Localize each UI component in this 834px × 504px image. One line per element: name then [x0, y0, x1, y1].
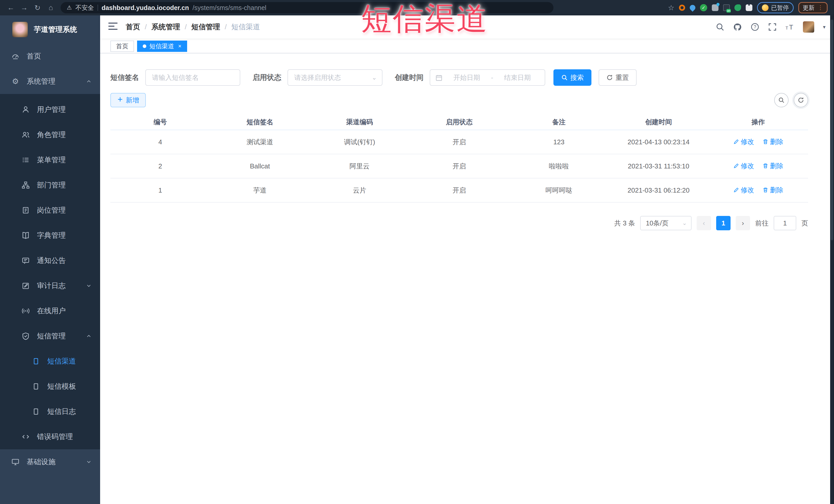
id-badge-icon [22, 206, 30, 214]
browser-scrollbar[interactable] [830, 16, 834, 504]
back-icon[interactable]: ← [4, 4, 18, 12]
breadcrumb-system[interactable]: 系统管理 [151, 22, 180, 32]
cell-sign: 芋道 [210, 178, 310, 202]
signal-icon [22, 307, 30, 315]
tab-close-icon[interactable]: × [178, 43, 181, 49]
pagination: 共 3 条 10条/页 ⌄ ‹ 1 › 前往 页 [110, 216, 808, 230]
sidebar-item-infra[interactable]: 基础设施 [0, 449, 100, 475]
sidebar-item-home[interactable]: 首页 [0, 44, 100, 69]
svg-text:?: ? [754, 24, 756, 29]
avatar-caret-down-icon[interactable]: ▾ [823, 24, 826, 30]
not-secure-label[interactable]: 不安全 [75, 4, 94, 12]
forward-icon[interactable]: → [18, 4, 31, 12]
dashboard-gauge-icon [11, 52, 20, 60]
page-size-value: 10条/页 [646, 219, 668, 228]
sidebar-item-menus[interactable]: 菜单管理 [0, 147, 100, 173]
search-form: 短信签名 启用状态 请选择启用状态 ⌄ 创建时间 开始日期 - 结束日 [110, 69, 808, 86]
table-row: 2 Ballcat 阿里云 开启 啦啦啦 2021-03-31 11:53:10… [110, 154, 808, 178]
sidebar-collapse-icon[interactable] [108, 22, 117, 32]
extension-dark-on-icon[interactable] [723, 4, 730, 11]
sidebar-submenu-system: 用户管理 角色管理 菜单管理 [0, 94, 100, 449]
cell-id: 4 [110, 130, 210, 154]
font-size-icon[interactable]: TT [786, 23, 794, 31]
edit-link[interactable]: 修改 [733, 137, 754, 146]
github-icon[interactable] [733, 23, 742, 31]
sidebar-item-label: 首页 [27, 51, 41, 61]
extensions-puzzle-icon[interactable] [746, 4, 752, 11]
cell-remark: 123 [509, 130, 609, 154]
bookmark-star-icon[interactable]: ☆ [668, 4, 674, 12]
status-label: 启用状态 [253, 73, 281, 82]
fullscreen-icon[interactable] [768, 23, 777, 31]
tab-home[interactable]: 首页 [110, 41, 134, 52]
sidebar-item-label: 基础设施 [27, 457, 56, 467]
sidebar-item-error-code[interactable]: 错误码管理 [0, 424, 100, 449]
extension-green-check-icon[interactable]: ✓ [700, 4, 707, 11]
col-remark: 备注 [509, 114, 609, 130]
goto-page-input[interactable] [774, 216, 796, 230]
delete-link[interactable]: 删除 [762, 185, 784, 195]
sidebar-logo[interactable]: 芋道管理系统 [0, 16, 100, 44]
extension-orange-ring-icon[interactable] [679, 5, 685, 11]
reset-button[interactable]: 重置 [599, 69, 637, 86]
sidebar-item-online-users[interactable]: 在线用户 [0, 298, 100, 324]
search-button[interactable]: 搜索 [553, 69, 591, 86]
cell-actions: 修改 删除 [708, 154, 808, 178]
sidebar-item-users[interactable]: 用户管理 [0, 97, 100, 122]
scrollbar-thumb[interactable] [831, 20, 833, 240]
help-icon[interactable]: ? [751, 23, 759, 31]
calendar-icon [435, 74, 442, 81]
user-avatar[interactable] [803, 21, 814, 32]
home-icon[interactable]: ⌂ [44, 4, 58, 12]
sign-input[interactable] [145, 69, 240, 86]
sidebar-item-label: 短信日志 [47, 407, 76, 416]
edit-link[interactable]: 修改 [733, 185, 754, 195]
address-divider [97, 5, 98, 11]
sidebar-item-posts[interactable]: 岗位管理 [0, 198, 100, 223]
breadcrumb-home[interactable]: 首页 [126, 22, 140, 32]
sidebar-item-departments[interactable]: 部门管理 [0, 173, 100, 198]
profile-paused-pill[interactable]: 已暂停 [757, 2, 794, 13]
next-page-button[interactable]: › [736, 216, 750, 230]
chrome-update-button[interactable]: 更新 ⋮ [798, 2, 828, 13]
delete-link[interactable]: 删除 [762, 161, 784, 171]
toolbar-right [774, 93, 808, 107]
edit-note-icon [22, 282, 30, 290]
status-select[interactable]: 请选择启用状态 ⌄ [287, 69, 382, 86]
update-label: 更新 [803, 4, 814, 12]
sidebar-item-sms[interactable]: 短信管理 [0, 324, 100, 349]
edit-link[interactable]: 修改 [733, 161, 754, 171]
extension-leaf-icon[interactable] [734, 4, 741, 11]
profile-emoji-icon [762, 4, 769, 11]
end-date-placeholder: 结束日期 [495, 73, 540, 82]
refresh-table-button[interactable] [794, 93, 808, 107]
page-size-select[interactable]: 10条/页 ⌄ [640, 216, 692, 230]
search-button-label: 搜索 [570, 73, 584, 82]
sidebar-item-notice[interactable]: 通知公告 [0, 248, 100, 273]
document-icon [32, 382, 40, 391]
date-range-picker[interactable]: 开始日期 - 结束日期 [430, 69, 545, 86]
address-bar[interactable]: ⚠ 不安全 dashboard.yudao.iocoder.cn/system/… [61, 2, 553, 13]
sidebar-item-roles[interactable]: 角色管理 [0, 122, 100, 147]
breadcrumb-sms[interactable]: 短信管理 [192, 22, 220, 32]
prev-page-button[interactable]: ‹ [697, 216, 711, 230]
sidebar-item-system[interactable]: ⚙ 系统管理 [0, 69, 100, 94]
users-icon [22, 131, 30, 139]
delete-link[interactable]: 删除 [762, 137, 784, 146]
sidebar-item-label: 用户管理 [37, 105, 66, 114]
extension-blue-drop-icon[interactable] [688, 4, 697, 12]
sidebar-item-sms-template[interactable]: 短信模板 [0, 374, 100, 399]
extension-gray-drop-icon[interactable] [712, 4, 719, 11]
tab-sms-channel[interactable]: 短信渠道 × [137, 41, 187, 52]
sidebar-item-audit-log[interactable]: 审计日志 [0, 273, 100, 298]
reload-icon[interactable]: ↻ [31, 4, 44, 12]
search-icon[interactable] [716, 23, 724, 31]
sidebar: 芋道管理系统 首页 ⚙ 系统管理 用户 [0, 16, 100, 504]
page-number-1[interactable]: 1 [716, 216, 730, 230]
sidebar-item-dict[interactable]: 字典管理 [0, 223, 100, 248]
toggle-search-button[interactable] [774, 93, 789, 107]
sidebar-item-sms-channel[interactable]: 短信渠道 [0, 349, 100, 374]
add-button[interactable]: 新增 [110, 93, 146, 107]
col-status: 启用状态 [410, 114, 509, 130]
sidebar-item-sms-log[interactable]: 短信日志 [0, 399, 100, 424]
